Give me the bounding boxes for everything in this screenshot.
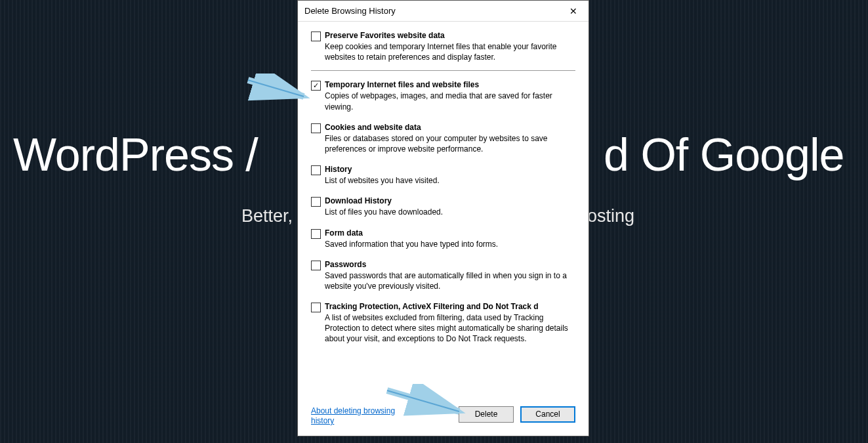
option-form-data: Form data Saved information that you hav…: [311, 228, 575, 249]
option-desc: Copies of webpages, images, and media th…: [325, 91, 575, 112]
option-desc: Keep cookies and temporary Internet file…: [325, 41, 575, 62]
option-title: Download History: [325, 196, 575, 205]
option-history: History List of websites you have visite…: [311, 165, 575, 186]
background-sub-left: Better,: [241, 206, 293, 226]
option-text: Preserve Favorites website data Keep coo…: [325, 31, 575, 62]
option-title: Form data: [325, 228, 575, 238]
option-desc: List of websites you have visited.: [325, 175, 575, 186]
dialog-footer: About deleting browsing history Delete C…: [298, 401, 589, 436]
option-desc: Saved passwords that are automatically f…: [325, 270, 575, 291]
checkbox-tracking-protection[interactable]: [311, 303, 321, 312]
option-text: Tracking Protection, ActiveX Filtering a…: [325, 302, 575, 345]
option-title: Tracking Protection, ActiveX Filtering a…: [325, 302, 575, 311]
option-desc: List of files you have downloaded.: [325, 207, 575, 217]
dialog-title: Delete Browsing History: [304, 6, 396, 16]
dialog-body: Preserve Favorites website data Keep coo…: [298, 22, 589, 401]
option-title: Temporary Internet files and website fil…: [325, 80, 575, 89]
option-text: Form data Saved information that you hav…: [325, 228, 575, 249]
delete-browsing-history-dialog: Delete Browsing History ✕ Preserve Favor…: [297, 0, 589, 436]
check-icon: ✓: [313, 82, 319, 89]
about-deleting-link[interactable]: About deleting browsing history: [311, 406, 409, 427]
checkbox-passwords[interactable]: [311, 261, 321, 270]
background-title-left: WordPress /: [13, 129, 258, 181]
cancel-button[interactable]: Cancel: [520, 406, 575, 423]
option-desc: Saved information that you have typed in…: [325, 239, 575, 249]
option-tracking-protection: Tracking Protection, ActiveX Filtering a…: [311, 302, 575, 345]
option-temp-internet-files: ✓ Temporary Internet files and website f…: [311, 80, 575, 112]
checkbox-cookies[interactable]: [311, 123, 321, 133]
option-text: Download History List of files you have …: [325, 196, 575, 217]
footer-buttons: Delete Cancel: [459, 406, 575, 423]
close-icon: ✕: [569, 6, 577, 16]
option-passwords: Passwords Saved passwords that are autom…: [311, 260, 575, 291]
checkbox-preserve-favorites[interactable]: [311, 32, 321, 41]
option-text: History List of websites you have visite…: [325, 165, 575, 186]
option-desc: A list of websites excluded from filteri…: [325, 312, 575, 345]
checkbox-form-data[interactable]: [311, 229, 321, 239]
delete-button[interactable]: Delete: [459, 406, 514, 423]
background-sub-right: osting: [587, 206, 634, 226]
option-preserve-favorites: Preserve Favorites website data Keep coo…: [311, 31, 575, 71]
close-button[interactable]: ✕: [558, 1, 589, 21]
background-title-right: d Of Google: [604, 129, 844, 181]
checkbox-temp-internet-files[interactable]: ✓: [311, 81, 321, 91]
option-download-history: Download History List of files you have …: [311, 196, 575, 217]
option-text: Temporary Internet files and website fil…: [325, 80, 575, 112]
option-desc: Files or databases stored on your comput…: [325, 133, 575, 154]
option-title: History: [325, 165, 575, 174]
option-title: Preserve Favorites website data: [325, 31, 575, 40]
option-cookies: Cookies and website data Files or databa…: [311, 123, 575, 154]
option-title: Passwords: [325, 260, 575, 269]
option-text: Cookies and website data Files or databa…: [325, 123, 575, 154]
option-text: Passwords Saved passwords that are autom…: [325, 260, 575, 291]
checkbox-download-history[interactable]: [311, 197, 321, 207]
checkbox-history[interactable]: [311, 165, 321, 175]
dialog-titlebar[interactable]: Delete Browsing History ✕: [298, 1, 589, 22]
option-title: Cookies and website data: [325, 123, 575, 132]
